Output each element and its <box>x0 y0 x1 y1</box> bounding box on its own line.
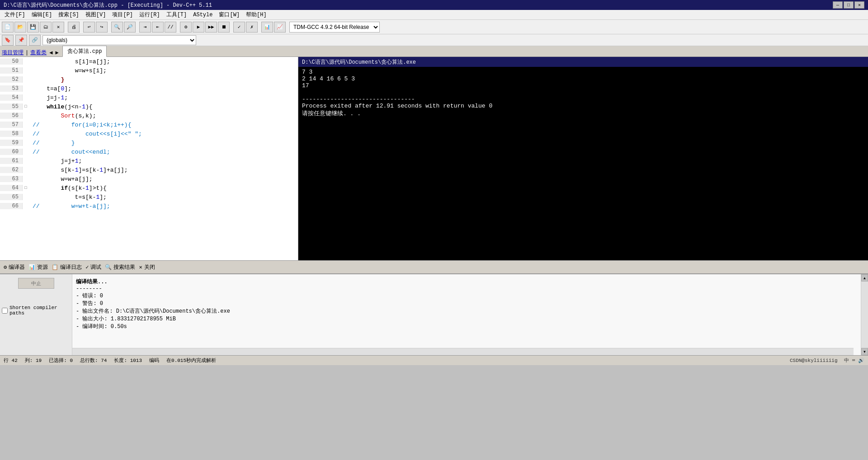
menu-project[interactable]: 项目[P] <box>109 10 136 19</box>
compilation-result: 编译结果... <box>76 278 857 286</box>
shorten-compiler-paths-checkbox[interactable] <box>2 308 8 314</box>
debug-button[interactable]: ✓ <box>233 22 245 33</box>
chart-button[interactable]: 📊 <box>261 22 273 33</box>
nav-project-mgr[interactable]: 项目管理 <box>2 49 24 56</box>
code-line-50: 50 s[i]=a[j]; <box>0 57 298 66</box>
undo-button[interactable]: ↩ <box>83 22 95 33</box>
code-line-55: 55 □ while(j<n-1){ <box>0 102 298 111</box>
close-button[interactable]: ✕ <box>854 1 864 9</box>
bottom-tb-debug[interactable]: ✓ 调试 <box>85 263 101 271</box>
run-button[interactable]: ▶ <box>193 22 204 33</box>
find-button[interactable]: 🔍 <box>111 22 123 33</box>
code-line-52: 52 } <box>0 75 298 84</box>
menu-file[interactable]: 文件[F] <box>2 10 28 19</box>
log-warnings: - 警告: 0 <box>76 300 857 307</box>
horizontal-scrollbar[interactable] <box>72 348 854 355</box>
open-button[interactable]: 📂 <box>14 22 26 33</box>
code-line-58: 58 // cout<<s[i]<<" "; <box>0 129 298 138</box>
menu-view[interactable]: 视图[V] <box>83 10 109 19</box>
sys-tray-icons: 中 ⌨ 🔊 <box>844 358 864 363</box>
code-container[interactable]: 50 s[i]=a[j]; 51 w=w+s[i]; 52 } <box>0 57 298 260</box>
output-line: 17 <box>302 82 864 89</box>
new-button[interactable]: 📄 <box>2 22 14 33</box>
scope-dropdown[interactable]: (globals) <box>42 35 196 45</box>
nav-class-view[interactable]: 查看类 <box>30 49 47 56</box>
comment-button[interactable]: // <box>165 22 176 33</box>
menu-help[interactable]: 帮助[H] <box>243 10 269 19</box>
vertical-scrollbar[interactable]: ▲ ▼ <box>861 274 868 355</box>
bookmark3-button[interactable]: 🔗 <box>29 35 41 46</box>
scroll-down-arrow[interactable]: ▼ <box>861 348 868 355</box>
search-icon: 🔍 <box>105 264 112 271</box>
save-button[interactable]: 💾 <box>27 22 39 33</box>
profile-button[interactable]: 📈 <box>274 22 286 33</box>
code-line-56: 56 Sort(s,k); <box>0 111 298 120</box>
output-line: -------------------------------- <box>302 96 864 103</box>
debug-check-icon: ✓ <box>85 264 89 271</box>
resource-label: 资源 <box>37 263 48 271</box>
bottom-toolbar: ⚙ 编译器 📊 资源 📋 编译日志 ✓ 调试 🔍 搜索结果 ✕ 关闭 <box>0 260 868 274</box>
bookmark2-button[interactable]: 📌 <box>15 35 27 46</box>
output-title: D:\C语言\源代码\Documents\贪心算法.exe <box>302 58 416 66</box>
bottom-tb-search[interactable]: 🔍 搜索结果 <box>105 263 135 271</box>
window-controls: — □ ✕ <box>833 1 864 9</box>
bookmark-button[interactable]: 🔖 <box>2 35 14 46</box>
bottom-tb-resource[interactable]: 📊 资源 <box>28 263 48 271</box>
unindent-button[interactable]: ⇤ <box>152 22 164 33</box>
status-bar: 行 42 列: 19 已选择: 0 总行数: 74 长度: 1013 编码 在0… <box>0 355 868 365</box>
menu-window[interactable]: 窗口[W] <box>216 10 242 19</box>
bottom-tb-log[interactable]: 📋 编译日志 <box>52 263 82 271</box>
stop-compilation-button[interactable]: 中止 <box>18 278 54 289</box>
close-file-button[interactable]: ✕ <box>52 22 64 33</box>
log-errors: - 错误: 0 <box>76 292 857 300</box>
redo-button[interactable]: ↪ <box>96 22 108 33</box>
output-content: 7 3 2 14 4 16 6 5 3 17 -----------------… <box>298 67 868 260</box>
nav-prev[interactable]: ◀ <box>49 49 52 56</box>
scroll-track <box>861 282 868 348</box>
menu-search[interactable]: 搜索[S] <box>56 10 82 19</box>
compiler-dropdown[interactable]: TDM-GCC 4.9.2 64-bit Release <box>289 22 380 33</box>
code-line-57: 57 // for(i=0;i<k;i++){ <box>0 120 298 129</box>
compile-button[interactable]: ⚙ <box>180 22 192 33</box>
menu-tools[interactable]: 工具[T] <box>164 10 190 19</box>
compiler-label: 编译器 <box>9 263 25 271</box>
status-totallines: 总行数: 74 <box>80 357 107 364</box>
nav-next[interactable]: ▶ <box>55 49 58 56</box>
status-length: 长度: 1013 <box>114 357 142 364</box>
status-col: 列: 19 <box>25 357 42 364</box>
menu-edit[interactable]: 编辑[E] <box>29 10 55 19</box>
compiler-icon: ⚙ <box>4 264 7 271</box>
menu-astyle[interactable]: AStyle <box>190 11 215 19</box>
bottom-tb-close[interactable]: ✕ 关闭 <box>139 263 155 271</box>
param-button[interactable]: ✗ <box>246 22 258 33</box>
search-label: 搜索结果 <box>113 263 135 271</box>
compile-run-button[interactable]: ▶▶ <box>205 22 217 33</box>
stop-button[interactable]: ⏹ <box>218 22 230 33</box>
code-line-51: 51 w=w+s[i]; <box>0 66 298 75</box>
code-line-63: 63 w=w+a[j]; <box>0 174 298 183</box>
status-parse-time: 在0.015秒内完成解析 <box>166 357 216 364</box>
bottom-panel-controls: 中止 Shorten compiler paths <box>0 274 72 355</box>
close-icon: ✕ <box>139 264 142 271</box>
save-all-button[interactable]: 🗂 <box>40 22 52 33</box>
scroll-up-arrow[interactable]: ▲ <box>861 274 868 282</box>
print-button[interactable]: 🖨 <box>68 22 80 33</box>
replace-button[interactable]: 🔎 <box>124 22 136 33</box>
code-editor: 50 s[i]=a[j]; 51 w=w+s[i]; 52 } <box>0 57 298 260</box>
logo: CSDN@skyliiiiiig 中 ⌨ 🔊 <box>790 357 864 364</box>
menu-run[interactable]: 运行[R] <box>137 10 163 19</box>
log-separator: -------- <box>76 286 857 292</box>
code-line-66: 66 // w=w+t-a[j]; <box>0 202 298 211</box>
output-line: 2 14 4 16 6 5 3 <box>302 75 864 82</box>
code-line-53: 53 t=a[0]; <box>0 84 298 93</box>
resource-icon: 📊 <box>28 264 35 271</box>
shorten-compiler-paths-option[interactable]: Shorten compiler paths <box>2 305 70 316</box>
bottom-tb-compiler[interactable]: ⚙ 编译器 <box>4 263 25 271</box>
file-tab[interactable]: 贪心算法.cpp <box>62 46 107 57</box>
minimize-button[interactable]: — <box>833 1 843 9</box>
indent-button[interactable]: ⇥ <box>139 22 151 33</box>
maximize-button[interactable]: □ <box>844 1 854 9</box>
log-output-file: - 输出文件名: D:\C语言\源代码\Documents\贪心算法.exe <box>76 307 857 315</box>
close-label: 关闭 <box>144 263 155 271</box>
tab-bar: 项目管理 | 查看类 ◀ ▶ 贪心算法.cpp <box>0 46 868 57</box>
